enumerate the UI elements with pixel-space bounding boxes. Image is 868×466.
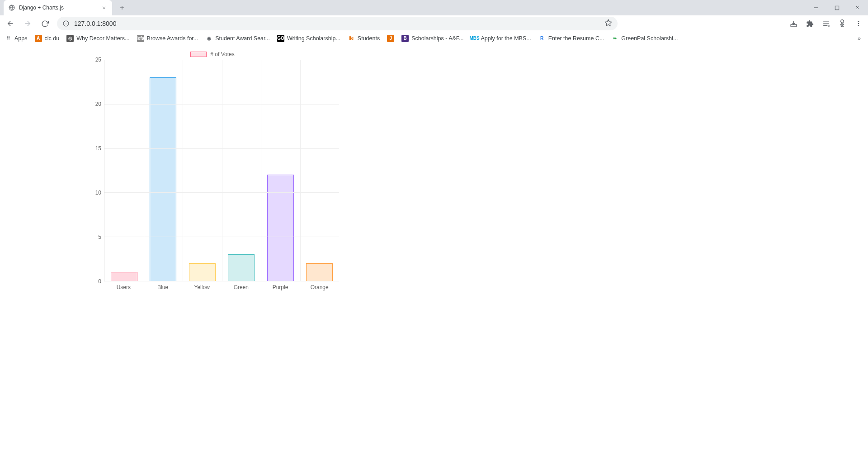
bookmark-favicon: B <box>401 35 409 42</box>
bar-slot <box>144 60 183 281</box>
page-content: # of Votes 0510152025 UsersBlueYellowGre… <box>0 45 868 290</box>
close-window-button[interactable] <box>847 0 868 15</box>
bookmark-item[interactable]: Acic du <box>35 35 60 42</box>
bookmarks-overflow-icon[interactable]: » <box>855 35 863 42</box>
url-text: 127.0.0.1:8000 <box>74 20 116 27</box>
bookmark-favicon: ◎ <box>66 35 74 42</box>
bookmark-label: Students <box>358 35 380 42</box>
bookmark-label: Browse Awards for... <box>147 35 198 42</box>
svg-point-6 <box>858 23 859 24</box>
bookmark-favicon: ❧ <box>611 35 618 42</box>
new-tab-button[interactable] <box>116 1 128 14</box>
bookmark-item[interactable]: ❧GreenPal Scholarshi... <box>611 35 678 42</box>
vertical-gridline <box>222 60 222 281</box>
bookmark-item[interactable]: ◎Why Decor Matters... <box>66 35 129 42</box>
address-bar[interactable]: 127.0.0.1:8000 <box>57 17 618 30</box>
bookmark-favicon: iefa <box>137 35 144 42</box>
bookmark-label: Why Decor Matters... <box>76 35 129 42</box>
bookmark-item[interactable]: iieStudents <box>348 35 380 42</box>
bookmark-item[interactable]: REnter the Resume C... <box>538 35 604 42</box>
svg-rect-1 <box>835 6 839 10</box>
forward-button[interactable] <box>20 16 35 31</box>
bookmark-label: Scholarships - A&F... <box>411 35 463 42</box>
y-tick-label: 0 <box>98 278 101 285</box>
bookmark-favicon: A <box>35 35 42 42</box>
vertical-gridline <box>183 60 183 281</box>
svg-point-5 <box>858 21 859 22</box>
bar-slot <box>261 60 300 281</box>
x-tick-label: Orange <box>300 281 339 290</box>
bookmark-item[interactable]: iefaBrowse Awards for... <box>137 35 198 42</box>
vertical-gridline <box>144 60 144 281</box>
back-button[interactable] <box>3 16 18 31</box>
tab-title: Django + Charts.js <box>19 5 97 11</box>
bookmarks-bar: ⠿AppsAcic du◎Why Decor Matters...iefaBro… <box>0 32 868 45</box>
bar[interactable] <box>111 272 137 281</box>
browser-tab[interactable]: Django + Charts.js <box>4 0 112 15</box>
x-tick-label: Yellow <box>182 281 222 290</box>
legend-swatch <box>190 52 207 57</box>
chart-legend[interactable]: # of Votes <box>86 49 339 60</box>
bar[interactable] <box>189 263 216 281</box>
download-icon[interactable] <box>787 17 800 30</box>
bookmark-favicon: MBS <box>471 35 478 42</box>
bar-slot <box>183 60 222 281</box>
chart: # of Votes 0510152025 UsersBlueYellowGre… <box>86 49 339 290</box>
bookmark-label: Apply for the MBS... <box>481 35 531 42</box>
svg-point-7 <box>858 25 859 26</box>
bar[interactable] <box>228 254 255 281</box>
menu-icon[interactable] <box>852 17 865 30</box>
x-tick-label: Blue <box>143 281 183 290</box>
bookmark-item[interactable]: J <box>387 35 394 42</box>
info-icon[interactable] <box>62 20 70 27</box>
reading-list-icon[interactable] <box>819 17 833 30</box>
bookmark-label: Enter the Resume C... <box>548 35 604 42</box>
x-tick-label: Green <box>222 281 261 290</box>
svg-marker-3 <box>605 19 611 25</box>
gridline <box>104 281 339 281</box>
x-tick-label: Users <box>104 281 143 290</box>
vertical-gridline <box>300 60 301 281</box>
bookmark-item[interactable]: ◉Student Award Sear... <box>205 35 270 42</box>
legend-label: # of Votes <box>210 51 234 57</box>
bookmark-item[interactable]: MBSApply for the MBS... <box>471 35 531 42</box>
y-tick-label: 25 <box>95 57 101 63</box>
close-icon[interactable] <box>100 4 108 11</box>
vertical-gridline <box>261 60 261 281</box>
window-controls <box>806 0 868 15</box>
y-tick-label: 15 <box>95 145 101 152</box>
y-axis: 0510152025 <box>86 60 104 281</box>
bookmark-label: GreenPal Scholarshi... <box>621 35 678 42</box>
maximize-button[interactable] <box>826 0 847 15</box>
chart-area: 0510152025 <box>86 60 339 281</box>
browser-chrome: Django + Charts.js 127.0.0.1:800 <box>0 0 868 45</box>
tab-bar: Django + Charts.js <box>0 0 868 15</box>
bar[interactable] <box>150 77 176 281</box>
extensions-icon[interactable] <box>803 17 816 30</box>
bookmark-favicon: R <box>538 35 546 42</box>
bar-slot <box>300 60 340 281</box>
bookmark-label: cic du <box>45 35 60 42</box>
bookmark-label: Student Award Sear... <box>215 35 270 42</box>
bar-slot <box>222 60 261 281</box>
globe-icon <box>8 4 15 11</box>
plot-area <box>104 60 339 281</box>
bookmark-label: Apps <box>14 35 28 42</box>
bookmark-item[interactable]: GOWriting Scholarship... <box>277 35 340 42</box>
profile-icon[interactable] <box>835 17 849 30</box>
y-tick-label: 10 <box>95 190 101 196</box>
bar[interactable] <box>267 175 294 281</box>
reload-button[interactable] <box>37 16 52 31</box>
bar-slot <box>104 60 144 281</box>
bookmark-favicon: ◉ <box>205 35 212 42</box>
bookmark-item[interactable]: BScholarships - A&F... <box>401 35 463 42</box>
star-icon[interactable] <box>604 19 612 28</box>
bookmark-item[interactable]: ⠿Apps <box>5 35 28 42</box>
x-tick-label: Purple <box>261 281 300 290</box>
minimize-button[interactable] <box>806 0 826 15</box>
x-axis: UsersBlueYellowGreenPurpleOrange <box>104 281 339 290</box>
bar[interactable] <box>306 263 333 281</box>
y-tick-label: 20 <box>95 101 101 107</box>
bookmark-favicon: J <box>387 35 394 42</box>
bookmark-favicon: ⠿ <box>5 35 12 42</box>
